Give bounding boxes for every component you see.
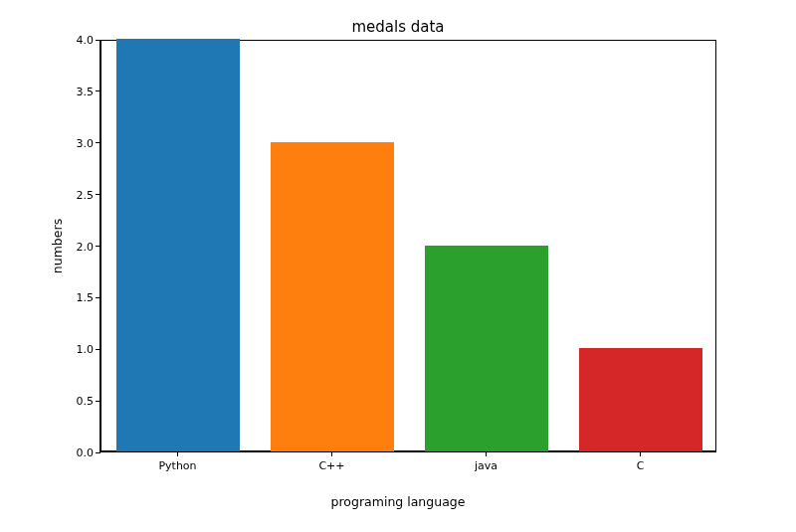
ytick-label: 0.0: [34, 446, 94, 459]
spine-right: [715, 40, 716, 451]
ytick-label: 3.0: [34, 136, 94, 149]
xtick-mark: [177, 451, 178, 456]
plot-area: PythonC++javaC: [100, 40, 716, 452]
ytick-mark: [96, 90, 100, 91]
ytick-label: 2.0: [34, 240, 94, 253]
chart-title: medals data: [0, 18, 796, 36]
ytick-mark: [96, 452, 100, 453]
ytick-label: 2.5: [34, 188, 94, 201]
ytick-label: 4.0: [34, 34, 94, 47]
ytick-label: 1.5: [34, 291, 94, 304]
ytick-mark: [96, 401, 100, 402]
xtick-label: Python: [158, 459, 196, 472]
ytick-mark: [96, 246, 100, 247]
spine-left: [100, 40, 101, 451]
xtick-label: java: [475, 459, 498, 472]
bar: [425, 246, 548, 452]
xtick-label: C: [637, 459, 645, 472]
x-axis-label: programing language: [0, 494, 796, 509]
ytick-mark: [96, 297, 100, 298]
xtick-mark: [486, 451, 487, 456]
bar: [579, 348, 702, 451]
xtick-label: C++: [318, 459, 344, 472]
ytick-label: 1.0: [34, 343, 94, 356]
ytick-label: 0.5: [34, 395, 94, 408]
xtick-mark: [640, 451, 641, 456]
ytick-mark: [96, 349, 100, 350]
chart-figure: medals data numbers PythonC++javaC progr…: [0, 0, 796, 532]
ytick-mark: [96, 194, 100, 195]
ytick-label: 3.5: [34, 85, 94, 97]
bar: [271, 142, 394, 451]
xtick-mark: [331, 451, 332, 456]
ytick-mark: [96, 40, 100, 41]
bar: [116, 39, 240, 451]
ytick-mark: [96, 142, 100, 143]
